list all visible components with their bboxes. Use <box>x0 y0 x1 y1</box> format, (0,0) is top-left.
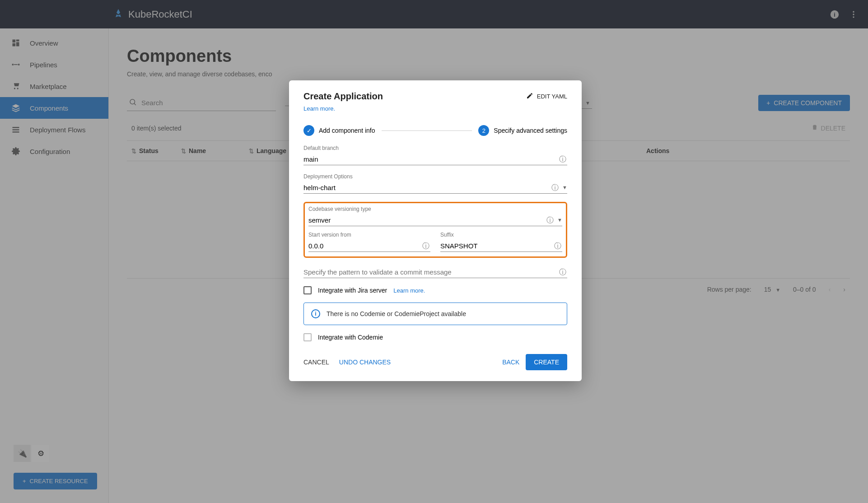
info-icon[interactable]: ⓘ <box>559 155 567 163</box>
jira-learn-more-link[interactable]: Learn more. <box>393 287 425 294</box>
deployment-options-field: Deployment Options ⓘ ▼ <box>303 173 567 194</box>
chevron-down-icon: ▼ <box>562 185 567 190</box>
deployment-options-select[interactable] <box>303 184 551 191</box>
codemie-banner: i There is no Codemie or CodemieProject … <box>303 303 567 325</box>
codemie-integration-row: Integrate with Codemie <box>303 333 567 341</box>
cancel-button[interactable]: CANCEL <box>303 355 329 369</box>
info-icon[interactable]: ⓘ <box>551 183 560 191</box>
step-connector <box>382 130 472 131</box>
start-version-input[interactable] <box>308 242 422 250</box>
check-icon: ✓ <box>303 125 314 136</box>
create-button[interactable]: CREATE <box>526 354 567 370</box>
commit-pattern-input[interactable] <box>303 268 559 276</box>
field-label: Deployment Options <box>303 173 567 180</box>
versioning-type-field: Codebase versioning type ⓘ ▼ <box>308 206 562 226</box>
step-2[interactable]: 2 Specify advanced settings <box>478 125 567 136</box>
banner-text: There is no Codemie or CodemieProject av… <box>327 310 466 317</box>
chevron-down-icon: ▼ <box>557 217 562 223</box>
codemie-label: Integrate with Codemie <box>318 334 383 341</box>
suffix-field: Suffix ⓘ <box>440 232 562 252</box>
suffix-input[interactable] <box>440 242 554 250</box>
field-label: Start version from <box>308 232 430 238</box>
dialog-footer: CANCEL UNDO CHANGES BACK CREATE <box>303 354 567 370</box>
info-icon[interactable]: ⓘ <box>554 242 562 250</box>
create-application-dialog: Create Application EDIT YAML Learn more.… <box>289 80 582 381</box>
info-icon[interactable]: ⓘ <box>559 268 567 276</box>
default-branch-field: Default branch ⓘ <box>303 145 567 165</box>
versioning-highlight-box: Codebase versioning type ⓘ ▼ Start versi… <box>303 202 567 258</box>
undo-changes-button[interactable]: UNDO CHANGES <box>339 355 391 369</box>
commit-pattern-field: ⓘ <box>303 266 567 278</box>
jira-integration-row: Integrate with Jira server Learn more. <box>303 286 567 294</box>
field-label: Codebase versioning type <box>308 206 562 212</box>
pencil-icon <box>526 92 533 101</box>
jira-checkbox[interactable] <box>303 286 312 294</box>
field-label: Default branch <box>303 145 567 151</box>
jira-label: Integrate with Jira server <box>318 287 387 294</box>
info-icon[interactable]: ⓘ <box>546 216 555 224</box>
dialog-title: Create Application <box>303 91 383 102</box>
edit-yaml-button[interactable]: EDIT YAML <box>526 92 567 101</box>
stepper: ✓ Add component info 2 Specify advanced … <box>303 125 567 136</box>
learn-more-link[interactable]: Learn more. <box>303 105 335 112</box>
info-icon: i <box>311 309 320 318</box>
back-button[interactable]: BACK <box>502 355 519 369</box>
step-1[interactable]: ✓ Add component info <box>303 125 375 136</box>
codemie-checkbox[interactable] <box>303 333 312 341</box>
start-version-field: Start version from ⓘ <box>308 232 430 252</box>
default-branch-input[interactable] <box>303 155 559 163</box>
field-label: Suffix <box>440 232 562 238</box>
step-number: 2 <box>478 125 489 136</box>
info-icon[interactable]: ⓘ <box>422 242 430 250</box>
versioning-type-select[interactable] <box>308 216 546 224</box>
